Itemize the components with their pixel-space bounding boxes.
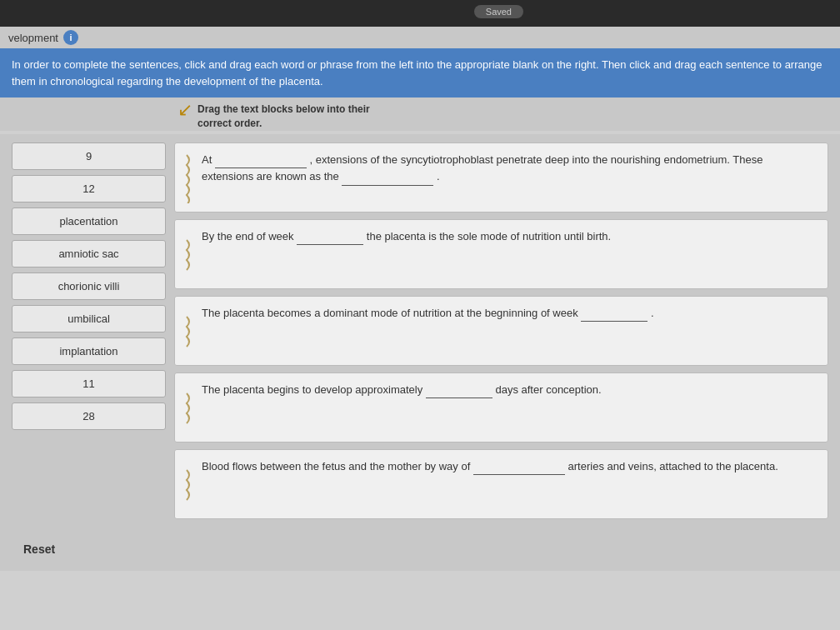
drag-handle-4: [185, 382, 197, 433]
right-panel: At , extensions of the syncytiotrophobla…: [174, 142, 828, 519]
word-card-chorionic-villi[interactable]: chorionic villi: [12, 272, 166, 300]
blank-1b[interactable]: [342, 174, 433, 186]
blank-5[interactable]: [473, 463, 565, 475]
sentence-4-text: The placenta begins to develop approxima…: [202, 382, 818, 399]
sentence-card-5[interactable]: Blood flows between the fetus and the mo…: [174, 449, 828, 519]
drag-handle-2: [185, 228, 197, 280]
reset-button[interactable]: Reset: [12, 536, 67, 562]
word-card-amniotic-sac[interactable]: amniotic sac: [12, 240, 166, 268]
word-card-11[interactable]: 11: [12, 370, 166, 398]
saved-badge: Saved: [474, 5, 523, 18]
word-card-placentation[interactable]: placentation: [12, 208, 166, 235]
instructions: In order to complete the sentences, clic…: [0, 48, 840, 98]
instructions-text: In order to complete the sentences, clic…: [12, 58, 822, 88]
word-card-12[interactable]: 12: [12, 175, 166, 202]
word-card-implantation[interactable]: implantation: [12, 338, 166, 365]
drag-hint: ↙ Drag the text blocks below into their …: [166, 102, 828, 131]
drag-handle-3: [185, 305, 197, 357]
sentence-card-2[interactable]: By the end of week the placenta is the s…: [174, 219, 828, 289]
bottom-bar: Reset: [0, 528, 840, 571]
blank-2[interactable]: [297, 233, 363, 245]
top-bar: Saved: [0, 0, 840, 27]
drag-hint-line2: correct order.: [198, 117, 370, 131]
blank-4[interactable]: [426, 387, 492, 398]
word-card-umbilical[interactable]: umbilical: [12, 305, 166, 332]
sentence-3-text: The placenta becomes a dominant mode of …: [202, 305, 818, 322]
word-card-28[interactable]: 28: [12, 402, 166, 430]
sentence-1-text: At , extensions of the syncytiotrophobla…: [202, 152, 818, 187]
drag-handle-5: [185, 458, 197, 510]
blank-1a[interactable]: [215, 157, 307, 168]
arrow-icon: ↙: [178, 101, 192, 119]
header-bar: velopment i: [0, 27, 840, 48]
drag-hint-line1: Drag the text blocks below into their: [198, 102, 370, 117]
left-panel: 9 12 placentation amniotic sac chorionic…: [12, 142, 166, 519]
sentence-card-4[interactable]: The placenta begins to develop approxima…: [174, 372, 828, 442]
main-content: 9 12 placentation amniotic sac chorionic…: [0, 134, 840, 528]
blank-3[interactable]: [581, 310, 648, 322]
sentence-5-text: Blood flows between the fetus and the mo…: [202, 458, 818, 476]
sentence-card-1[interactable]: At , extensions of the syncytiotrophobla…: [174, 142, 828, 212]
sentence-2-text: By the end of week the placenta is the s…: [202, 228, 818, 246]
sentence-card-3[interactable]: The placenta becomes a dominant mode of …: [174, 296, 828, 366]
info-icon[interactable]: i: [63, 30, 78, 45]
drag-handle-1: [185, 152, 197, 203]
page-title: velopment: [8, 32, 58, 44]
word-card-9[interactable]: 9: [12, 142, 166, 170]
